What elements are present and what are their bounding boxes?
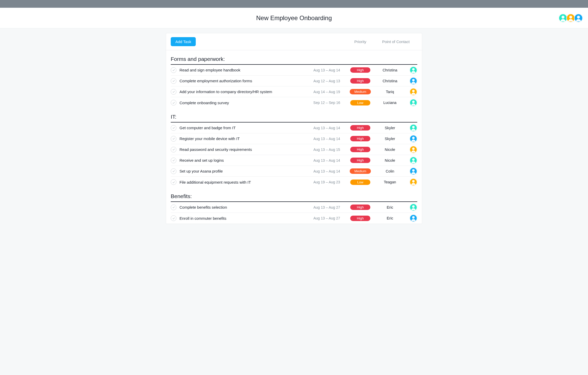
task-title[interactable]: Set up your Asana profile xyxy=(179,169,307,173)
task-row[interactable]: Complete onboarding surveySep 12 – Sep 1… xyxy=(171,97,417,108)
check-circle-icon[interactable] xyxy=(171,147,176,152)
task-date[interactable]: Aug 13 – Aug 14 xyxy=(307,126,346,130)
task-title[interactable]: Get computer and badge from IT xyxy=(179,126,307,130)
task-date[interactable]: Aug 13 – Aug 15 xyxy=(307,148,346,152)
svg-point-6 xyxy=(412,101,415,103)
task-title[interactable]: Complete benefits selection xyxy=(179,205,307,209)
avatar[interactable] xyxy=(410,88,417,96)
task-contact[interactable]: Eric xyxy=(374,216,405,220)
check-circle-icon[interactable] xyxy=(171,168,176,174)
task-row[interactable]: Get computer and badge from ITAug 13 – A… xyxy=(171,123,417,133)
avatar[interactable] xyxy=(410,124,417,132)
priority-pill: High xyxy=(350,147,370,152)
task-contact[interactable]: Nicole xyxy=(374,158,405,162)
task-date[interactable]: Aug 13 – Aug 14 xyxy=(307,169,346,173)
avatar[interactable] xyxy=(410,66,417,74)
task-contact[interactable]: Christina xyxy=(374,68,405,72)
task-contact[interactable]: Skyler xyxy=(374,126,405,130)
avatar[interactable] xyxy=(410,157,417,164)
section-title[interactable]: Benefits: xyxy=(171,188,417,202)
task-contact[interactable]: Teagan xyxy=(374,180,405,184)
task-title[interactable]: Complete onboarding survey xyxy=(179,101,307,105)
avatar[interactable] xyxy=(410,214,417,222)
section-title[interactable]: Forms and paperwork: xyxy=(171,50,417,65)
task-date[interactable]: Aug 13 – Aug 27 xyxy=(307,216,346,220)
avatar[interactable] xyxy=(410,167,417,175)
task-priority[interactable]: High xyxy=(346,205,374,210)
priority-pill: High xyxy=(350,125,370,131)
avatar[interactable] xyxy=(559,14,567,22)
task-priority[interactable]: High xyxy=(346,216,374,221)
task-priority[interactable]: High xyxy=(346,136,374,141)
avatar[interactable] xyxy=(410,146,417,153)
task-contact[interactable]: Eric xyxy=(374,205,405,209)
avatar[interactable] xyxy=(410,99,417,107)
task-row[interactable]: Complete benefits selectionAug 13 – Aug … xyxy=(171,202,417,213)
task-row[interactable]: Receive and set up loginsAug 13 – Aug 14… xyxy=(171,155,417,166)
task-date[interactable]: Aug 13 – Aug 14 xyxy=(307,158,346,162)
task-contact[interactable]: Tariq xyxy=(374,90,405,94)
check-circle-icon[interactable] xyxy=(171,89,176,95)
task-title[interactable]: File additional equipment requests with … xyxy=(179,180,307,184)
priority-pill: High xyxy=(350,136,370,141)
task-title[interactable]: Receive and set up logins xyxy=(179,158,307,162)
avatar[interactable] xyxy=(574,14,583,22)
col-header-priority: Priority xyxy=(346,39,374,44)
task-priority[interactable]: Medium xyxy=(346,89,374,94)
task-priority[interactable]: High xyxy=(346,158,374,163)
check-circle-icon[interactable] xyxy=(171,215,176,221)
task-title[interactable]: Complete employment authorization forms xyxy=(179,79,307,83)
task-date[interactable]: Aug 13 – Aug 14 xyxy=(307,137,346,141)
avatar[interactable] xyxy=(410,77,417,85)
task-row[interactable]: Register your mobile device with ITAug 1… xyxy=(171,133,417,144)
check-circle-icon[interactable] xyxy=(171,205,176,210)
task-date[interactable]: Aug 13 – Aug 14 xyxy=(307,68,346,72)
check-circle-icon[interactable] xyxy=(171,158,176,163)
avatar[interactable] xyxy=(410,135,417,143)
task-priority[interactable]: Low xyxy=(346,180,374,185)
avatar[interactable] xyxy=(410,203,417,211)
avatar[interactable] xyxy=(566,14,575,22)
task-row[interactable]: Read and sign employee handbookAug 13 – … xyxy=(171,65,417,76)
task-date[interactable]: Aug 12 – Aug 13 xyxy=(307,79,346,83)
check-circle-icon[interactable] xyxy=(171,67,176,73)
task-priority[interactable]: High xyxy=(346,147,374,152)
section-title[interactable]: IT: xyxy=(171,108,417,123)
check-circle-icon[interactable] xyxy=(171,136,176,142)
task-row[interactable]: Complete employment authorization formsA… xyxy=(171,76,417,86)
task-avatar-cell xyxy=(405,203,417,211)
task-title[interactable]: Read password and security requirements xyxy=(179,147,307,152)
task-title[interactable]: Add your information to company director… xyxy=(179,89,307,94)
task-row[interactable]: Enroll in commuter benefitsAug 13 – Aug … xyxy=(171,213,417,224)
task-row[interactable]: Set up your Asana profileAug 13 – Aug 14… xyxy=(171,166,417,177)
task-title[interactable]: Read and sign employee handbook xyxy=(179,68,307,72)
task-row[interactable]: Read password and security requirementsA… xyxy=(171,144,417,155)
task-row[interactable]: File additional equipment requests with … xyxy=(171,177,417,188)
task-contact[interactable]: Colin xyxy=(374,169,405,173)
task-title[interactable]: Enroll in commuter benefits xyxy=(179,216,307,221)
task-date[interactable]: Aug 19 – Aug 23 xyxy=(307,180,346,184)
task-contact[interactable]: Christina xyxy=(374,79,405,83)
task-date[interactable]: Sep 12 – Sep 16 xyxy=(307,101,346,105)
add-task-button[interactable]: Add Task xyxy=(171,37,196,46)
task-contact[interactable]: Luciana xyxy=(374,101,405,105)
check-circle-icon[interactable] xyxy=(171,100,176,105)
check-circle-icon[interactable] xyxy=(171,179,176,185)
task-contact[interactable]: Skyler xyxy=(374,137,405,141)
avatar[interactable] xyxy=(410,178,417,186)
task-avatar-cell xyxy=(405,124,417,132)
task-priority[interactable]: High xyxy=(346,125,374,131)
check-circle-icon[interactable] xyxy=(171,78,176,84)
task-priority[interactable]: High xyxy=(346,78,374,84)
priority-pill: Medium xyxy=(350,168,371,174)
task-priority[interactable]: Low xyxy=(346,100,374,105)
check-circle-icon[interactable] xyxy=(171,125,176,131)
task-date[interactable]: Aug 14 – Aug 19 xyxy=(307,90,346,94)
task-row[interactable]: Add your information to company director… xyxy=(171,86,417,97)
task-date[interactable]: Aug 13 – Aug 27 xyxy=(307,205,346,209)
task-priority[interactable]: Medium xyxy=(346,168,374,174)
task-priority[interactable]: High xyxy=(346,67,374,73)
task-contact[interactable]: Nicole xyxy=(374,148,405,152)
task-title[interactable]: Register your mobile device with IT xyxy=(179,136,307,141)
browser-chrome xyxy=(0,0,588,8)
